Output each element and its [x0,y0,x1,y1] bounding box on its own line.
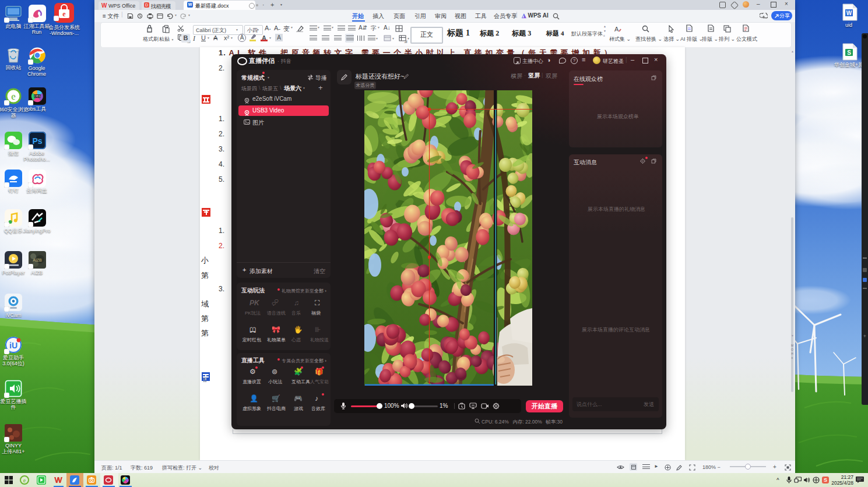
svg-text:AIZB: AIZB [33,258,42,262]
svg-text:iU: iU [9,341,17,350]
svg-text:OBS: OBS [34,94,41,98]
svg-text:S: S [847,50,851,56]
svg-text:e: e [62,10,66,18]
svg-text:Ps: Ps [32,136,42,146]
svg-text:A: A [614,26,619,33]
svg-text:e: e [23,477,26,484]
svg-text:e: e [11,91,16,102]
svg-text:W: W [846,10,852,16]
